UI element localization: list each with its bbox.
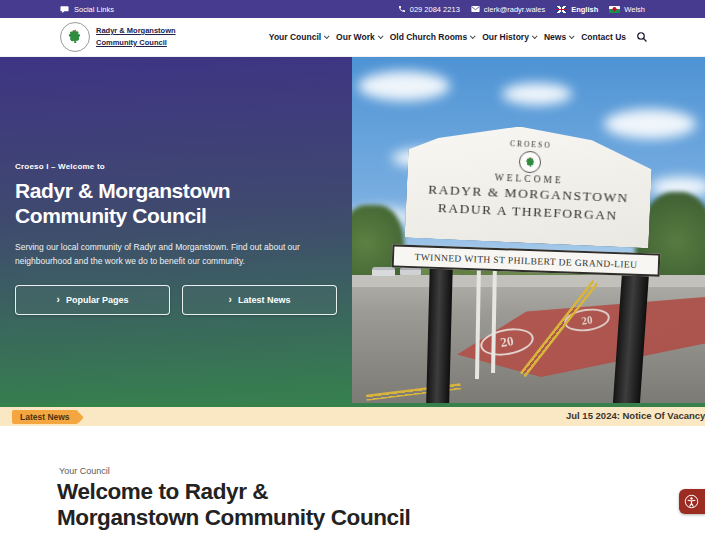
hero-title: Radyr & Morganstown Community Council bbox=[15, 179, 337, 229]
popular-pages-label: Popular Pages bbox=[66, 295, 129, 305]
nav-label: Your Council bbox=[269, 32, 321, 42]
nav-label: News bbox=[544, 32, 566, 42]
hero-description: Serving our local community of Radyr and… bbox=[15, 240, 335, 268]
welsh-flag-icon bbox=[609, 6, 620, 13]
latest-news-label: Latest News bbox=[238, 295, 291, 305]
nav-label: Contact Us bbox=[581, 32, 626, 42]
email-link[interactable]: clerk@radyr.wales bbox=[471, 5, 545, 14]
news-ticker: Latest News Jul 15 2024: Notice Of Vacan… bbox=[0, 403, 705, 426]
chevron-down-icon bbox=[324, 33, 330, 39]
social-links-label: Social Links bbox=[74, 5, 114, 14]
language-welsh[interactable]: Welsh bbox=[609, 5, 645, 14]
section-eyebrow: Your Council bbox=[59, 466, 110, 476]
phone-link[interactable]: 029 2084 2213 bbox=[398, 5, 460, 14]
cloud bbox=[358, 71, 450, 101]
logo-text: Radyr & Morganstown Community Council bbox=[96, 25, 176, 49]
language-english-label: English bbox=[571, 5, 598, 14]
road-far bbox=[352, 275, 705, 287]
language-english[interactable]: English bbox=[556, 5, 598, 14]
chevron-down-icon bbox=[532, 33, 538, 39]
accessibility-widget-button[interactable] bbox=[679, 489, 705, 514]
cloud bbox=[604, 109, 696, 139]
nav-label: Our History bbox=[482, 32, 529, 42]
section-title-line2: Morganstown Community Council bbox=[57, 505, 410, 531]
ticker-news-item[interactable]: Jul 15 2024: Notice Of Vacancy bbox=[566, 410, 705, 421]
hero-panel: Croeso I – Welcome to Radyr & Morganstow… bbox=[0, 57, 352, 403]
cloud bbox=[502, 83, 572, 105]
nav-item-your-council[interactable]: Your Council bbox=[269, 32, 328, 42]
main-navbar: Radyr & Morganstown Community Council Yo… bbox=[0, 18, 705, 57]
logo-line2: Community Council bbox=[96, 37, 176, 49]
top-utility-bar: Social Links 029 2084 2213 clerk@radyr.w… bbox=[0, 0, 705, 18]
search-icon bbox=[636, 31, 648, 43]
email-address: clerk@radyr.wales bbox=[484, 5, 545, 14]
envelope-icon bbox=[471, 5, 480, 13]
nav-item-news[interactable]: News bbox=[544, 32, 573, 42]
uk-flag-icon bbox=[556, 6, 567, 13]
search-button[interactable] bbox=[636, 31, 648, 43]
social-links[interactable]: Social Links bbox=[60, 5, 114, 14]
nav-menu: Your Council Our Work Old Church Rooms O… bbox=[269, 31, 648, 43]
nav-item-our-history[interactable]: Our History bbox=[482, 32, 536, 42]
nav-item-old-church-rooms[interactable]: Old Church Rooms bbox=[390, 32, 474, 42]
logo-line1: Radyr & Morganstown bbox=[96, 25, 176, 37]
chevron-right-icon: › bbox=[57, 294, 60, 305]
welcome-section: Your Council Welcome to Radyr & Morganst… bbox=[0, 426, 705, 537]
nav-label: Our Work bbox=[336, 32, 375, 42]
popular-pages-button[interactable]: › Popular Pages bbox=[15, 285, 170, 315]
car bbox=[372, 267, 395, 276]
nav-item-our-work[interactable]: Our Work bbox=[336, 32, 382, 42]
chevron-down-icon bbox=[470, 33, 476, 39]
hero-title-line2: Community Council bbox=[15, 204, 337, 229]
sign-post bbox=[426, 261, 453, 403]
page: Social Links 029 2084 2213 clerk@radyr.w… bbox=[0, 0, 705, 537]
chevron-down-icon bbox=[378, 33, 384, 39]
site-logo[interactable]: Radyr & Morganstown Community Council bbox=[60, 22, 176, 52]
latest-news-button[interactable]: › Latest News bbox=[182, 285, 337, 315]
ticker-badge: Latest News bbox=[12, 410, 78, 424]
sign-crest-icon bbox=[519, 151, 542, 174]
language-welsh-label: Welsh bbox=[624, 5, 645, 14]
section-title-line1: Welcome to Radyr & bbox=[57, 479, 410, 505]
ticker-green-strip bbox=[0, 403, 705, 407]
hero-photo-welcome-sign: 20 20 CROESO WELCOME RADYR & MORGANSTOWN… bbox=[352, 57, 705, 403]
chat-bubble-icon bbox=[60, 5, 69, 14]
phone-icon bbox=[398, 5, 406, 13]
chevron-right-icon: › bbox=[229, 294, 232, 305]
hero-title-line1: Radyr & Morganstown bbox=[15, 179, 337, 204]
section-title: Welcome to Radyr & Morganstown Community… bbox=[57, 479, 410, 531]
chevron-down-icon bbox=[569, 33, 575, 39]
phone-number: 029 2084 2213 bbox=[410, 5, 460, 14]
hero-eyebrow: Croeso I – Welcome to bbox=[15, 162, 337, 171]
nav-label: Old Church Rooms bbox=[390, 32, 467, 42]
nav-item-contact-us[interactable]: Contact Us bbox=[581, 32, 626, 42]
council-crest-icon bbox=[60, 22, 90, 52]
accessibility-icon bbox=[684, 494, 699, 509]
